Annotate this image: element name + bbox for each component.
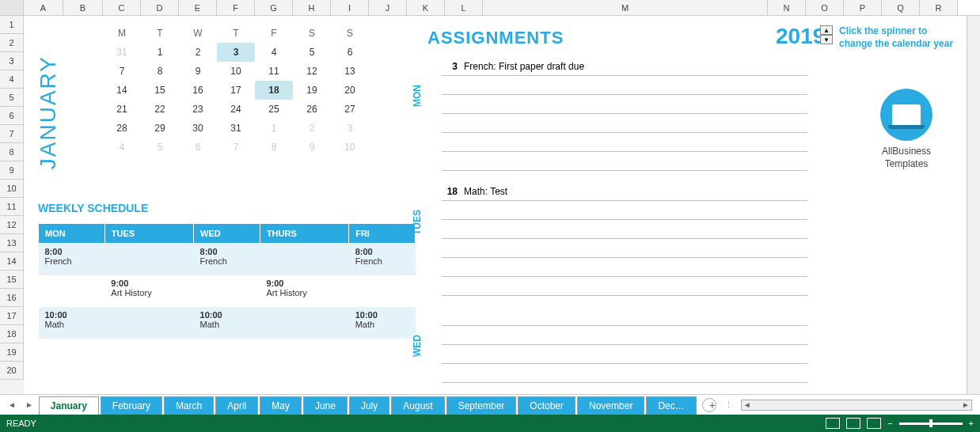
assignment-line[interactable]: 3French: First paper draft due <box>442 57 807 76</box>
row-header-2[interactable]: 2 <box>0 34 24 52</box>
zoom-in-button[interactable]: + <box>969 419 974 428</box>
calendar-day[interactable]: 13 <box>331 62 369 81</box>
column-header-M[interactable]: M <box>483 0 768 15</box>
calendar-day[interactable]: 2 <box>179 43 217 62</box>
row-header-9[interactable]: 9 <box>0 161 24 180</box>
spinner-up-button[interactable]: ▲ <box>820 25 833 35</box>
schedule-cell[interactable] <box>349 275 416 307</box>
column-header-N[interactable]: N <box>768 0 806 15</box>
column-header-I[interactable]: I <box>331 0 369 15</box>
calendar-day[interactable]: 28 <box>103 119 141 138</box>
schedule-cell[interactable]: 8:00French <box>194 244 260 275</box>
sheet-tab-january[interactable]: January <box>39 396 99 416</box>
schedule-cell[interactable]: 8:00French <box>39 244 105 275</box>
calendar-day[interactable]: 22 <box>141 100 179 119</box>
schedule-cell[interactable] <box>194 275 260 307</box>
row-header-16[interactable]: 16 <box>0 289 24 307</box>
row-header-14[interactable]: 14 <box>0 252 24 271</box>
sheet-tab-october[interactable]: October <box>518 396 575 415</box>
column-header-P[interactable]: P <box>844 0 882 15</box>
column-header-C[interactable]: C <box>103 0 141 15</box>
assignment-line[interactable]: 18Math: Test <box>442 182 807 201</box>
assignment-line[interactable] <box>442 220 807 239</box>
calendar-day[interactable]: 14 <box>103 81 141 100</box>
schedule-cell[interactable] <box>104 244 193 275</box>
calendar-day[interactable]: 2 <box>293 119 331 138</box>
assignment-line[interactable] <box>442 95 807 114</box>
add-sheet-button[interactable]: + <box>702 398 716 412</box>
calendar-day[interactable]: 3 <box>217 43 255 62</box>
row-header-5[interactable]: 5 <box>0 89 24 107</box>
schedule-cell[interactable] <box>104 307 193 339</box>
select-all-corner[interactable] <box>0 0 24 15</box>
row-header-19[interactable]: 19 <box>0 343 24 362</box>
assignment-line[interactable] <box>442 364 807 383</box>
calendar-day[interactable]: 8 <box>141 62 179 81</box>
calendar-day[interactable]: 30 <box>179 119 217 138</box>
column-header-O[interactable]: O <box>806 0 844 15</box>
assignment-line[interactable] <box>442 239 807 258</box>
calendar-day[interactable]: 8 <box>255 138 293 157</box>
column-header-L[interactable]: L <box>445 0 483 15</box>
sheet-tab-august[interactable]: August <box>391 396 444 415</box>
schedule-cell[interactable]: 9:00Art History <box>260 275 348 307</box>
assignment-line[interactable] <box>442 326 807 345</box>
column-header-A[interactable]: A <box>24 0 63 15</box>
sheet-tab-september[interactable]: September <box>446 396 517 415</box>
calendar-day[interactable]: 21 <box>103 100 141 119</box>
calendar-day[interactable]: 6 <box>179 138 217 157</box>
calendar-day[interactable]: 25 <box>255 100 293 119</box>
assignment-line[interactable] <box>442 307 807 326</box>
calendar-day[interactable]: 9 <box>293 138 331 157</box>
row-header-15[interactable]: 15 <box>0 271 24 289</box>
view-page-layout-button[interactable] <box>846 418 860 429</box>
row-header-8[interactable]: 8 <box>0 143 24 161</box>
horizontal-scrollbar[interactable]: ◄ ► <box>741 400 972 411</box>
calendar-day[interactable]: 4 <box>255 43 293 62</box>
sheet-tab-march[interactable]: March <box>164 396 214 415</box>
column-header-H[interactable]: H <box>293 0 331 15</box>
column-header-G[interactable]: G <box>255 0 293 15</box>
calendar-day[interactable]: 5 <box>293 43 331 62</box>
schedule-cell[interactable] <box>260 244 348 275</box>
assignment-line[interactable] <box>442 76 807 95</box>
column-header-B[interactable]: B <box>63 0 103 15</box>
row-header-3[interactable]: 3 <box>0 52 24 70</box>
calendar-day[interactable]: 10 <box>331 138 369 157</box>
calendar-day[interactable]: 27 <box>331 100 369 119</box>
column-header-J[interactable]: J <box>369 0 407 15</box>
schedule-cell[interactable]: 9:00Art History <box>104 275 193 307</box>
worksheet-content[interactable]: JANUARY MTWTFSS3112345678910111213141516… <box>24 16 980 394</box>
assignment-line[interactable] <box>442 258 807 277</box>
calendar-day[interactable]: 20 <box>331 81 369 100</box>
sheet-tab-july[interactable]: July <box>349 396 389 415</box>
assignment-line[interactable] <box>442 152 807 171</box>
row-header-18[interactable]: 18 <box>0 325 24 343</box>
calendar-day[interactable]: 4 <box>103 138 141 157</box>
calendar-day[interactable]: 1 <box>141 43 179 62</box>
row-header-7[interactable]: 7 <box>0 125 24 143</box>
schedule-cell[interactable]: 10:00Math <box>349 307 416 339</box>
row-header-6[interactable]: 6 <box>0 107 24 125</box>
schedule-cell[interactable] <box>260 307 348 339</box>
calendar-day[interactable]: 16 <box>179 81 217 100</box>
calendar-day[interactable]: 19 <box>293 81 331 100</box>
calendar-day[interactable]: 7 <box>103 62 141 81</box>
calendar-day[interactable]: 7 <box>217 138 255 157</box>
zoom-slider[interactable] <box>899 423 963 425</box>
calendar-day[interactable]: 29 <box>141 119 179 138</box>
schedule-cell[interactable]: 8:00French <box>349 244 416 275</box>
column-header-E[interactable]: E <box>179 0 217 15</box>
assignment-line[interactable] <box>442 133 807 152</box>
row-header-4[interactable]: 4 <box>0 70 24 89</box>
sheet-tab-april[interactable]: April <box>215 396 258 415</box>
assignment-line[interactable] <box>442 114 807 133</box>
column-header-F[interactable]: F <box>217 0 255 15</box>
vertical-scrollbar[interactable] <box>967 16 980 394</box>
tab-nav-prev[interactable]: ◄ <box>3 400 21 409</box>
zoom-out-button[interactable]: − <box>887 419 892 428</box>
calendar-day[interactable]: 9 <box>179 62 217 81</box>
column-header-K[interactable]: K <box>407 0 445 15</box>
row-header-10[interactable]: 10 <box>0 180 24 198</box>
assignment-line[interactable] <box>442 345 807 364</box>
